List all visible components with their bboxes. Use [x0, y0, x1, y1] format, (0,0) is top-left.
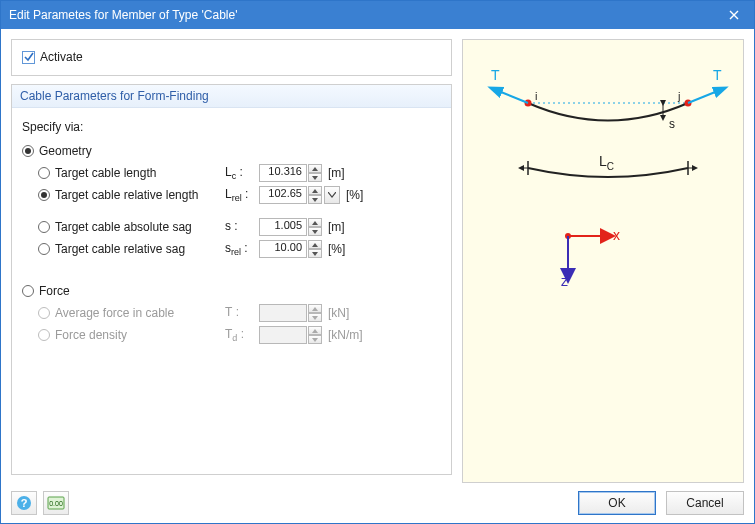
target-rel-length-input[interactable]: 102.65 [259, 186, 307, 204]
force-density-input [259, 326, 307, 344]
svg-line-6 [688, 88, 725, 103]
avg-force-row: Average force in cable T : [kN] [22, 302, 441, 324]
target-length-row: Target cable length Lc : 10.316 [m] [22, 162, 441, 184]
target-abs-sag-row: Target cable absolute sag s : 1.005 [m] [22, 216, 441, 238]
target-rel-length-row: Target cable relative length Lrel : 102.… [22, 184, 441, 206]
target-abs-sag-radio[interactable] [38, 221, 50, 233]
geometry-label: Geometry [39, 144, 92, 158]
svg-text:T: T [491, 67, 500, 83]
avg-force-unit: [kN] [328, 306, 349, 320]
svg-text:x: x [613, 227, 620, 243]
spin-down-icon [308, 335, 322, 344]
close-icon [729, 10, 739, 20]
cancel-button[interactable]: Cancel [666, 491, 744, 515]
avg-force-spin [259, 304, 322, 322]
extra-arrow-button[interactable] [324, 186, 340, 204]
force-density-label: Force density [55, 328, 225, 342]
spin-down-icon[interactable] [308, 227, 322, 236]
target-rel-sag-spin[interactable]: 10.00 [259, 240, 322, 258]
force-density-unit: [kN/m] [328, 328, 363, 342]
target-length-spin[interactable]: 10.316 [259, 164, 322, 182]
spinner-buttons [308, 326, 322, 344]
svg-text:j: j [677, 90, 680, 102]
target-rel-length-radio[interactable] [38, 189, 50, 201]
force-label: Force [39, 284, 70, 298]
help-icon: ? [16, 495, 32, 511]
spin-down-icon[interactable] [308, 173, 322, 182]
activate-label: Activate [40, 50, 83, 64]
cable-diagram: i j T T s LC [473, 58, 733, 288]
target-rel-sag-radio[interactable] [38, 243, 50, 255]
check-icon [24, 52, 34, 62]
ok-button[interactable]: OK [578, 491, 656, 515]
avg-force-radio [38, 307, 50, 319]
activate-checkbox[interactable]: Activate [22, 50, 83, 64]
spinner-buttons[interactable] [308, 240, 322, 258]
units-button[interactable]: 0.00 [43, 491, 69, 515]
dialog-body: Activate Cable Parameters for Form-Findi… [1, 29, 754, 523]
force-radio[interactable]: Force [22, 280, 441, 302]
help-button[interactable]: ? [11, 491, 37, 515]
target-rel-sag-input[interactable]: 10.00 [259, 240, 307, 258]
target-length-label: Target cable length [55, 166, 225, 180]
target-length-input[interactable]: 10.316 [259, 164, 307, 182]
spin-up-icon[interactable] [308, 164, 322, 173]
checkbox-box [22, 51, 35, 64]
svg-line-5 [491, 88, 528, 103]
units-icon: 0.00 [47, 496, 65, 510]
params-panel: Cable Parameters for Form-Finding Specif… [11, 84, 452, 475]
spin-up-icon[interactable] [308, 240, 322, 249]
svg-text:i: i [535, 90, 537, 102]
radio-icon [22, 145, 34, 157]
target-length-sym: Lc : [225, 165, 259, 181]
columns: Activate Cable Parameters for Form-Findi… [11, 39, 744, 483]
target-abs-sag-spin[interactable]: 1.005 [259, 218, 322, 236]
titlebar: Edit Parametes for Member of Type 'Cable… [1, 1, 754, 29]
bottom-right-buttons: OK Cancel [578, 491, 744, 515]
avg-force-label: Average force in cable [55, 306, 225, 320]
radio-icon [22, 285, 34, 297]
svg-text:0.00: 0.00 [49, 500, 63, 507]
target-abs-sag-label: Target cable absolute sag [55, 220, 225, 234]
left-column: Activate Cable Parameters for Form-Findi… [11, 39, 452, 483]
bottom-bar: ? 0.00 OK Cancel [11, 483, 744, 515]
svg-text:s: s [669, 117, 675, 131]
target-rel-sag-sym: srel : [225, 241, 259, 257]
target-rel-sag-label: Target cable relative sag [55, 242, 225, 256]
spin-down-icon [308, 313, 322, 322]
activate-panel: Activate [11, 39, 452, 76]
spinner-buttons[interactable] [308, 186, 322, 204]
spinner-buttons[interactable] [308, 164, 322, 182]
geometry-radio[interactable]: Geometry [22, 140, 441, 162]
window-title: Edit Parametes for Member of Type 'Cable… [9, 8, 237, 22]
target-rel-length-unit: [%] [346, 188, 363, 202]
spin-up-icon [308, 326, 322, 335]
target-rel-length-spin[interactable]: 102.65 [259, 186, 340, 204]
spin-up-icon[interactable] [308, 186, 322, 195]
svg-text:LC: LC [599, 153, 614, 172]
spinner-buttons[interactable] [308, 218, 322, 236]
target-rel-length-sym: Lrel : [225, 187, 259, 203]
spinner-buttons [308, 304, 322, 322]
svg-text:?: ? [21, 497, 28, 509]
target-length-unit: [m] [328, 166, 345, 180]
target-abs-sag-unit: [m] [328, 220, 345, 234]
svg-text:T: T [713, 67, 722, 83]
spin-down-icon[interactable] [308, 195, 322, 204]
bottom-left-tools: ? 0.00 [11, 491, 69, 515]
close-button[interactable] [714, 1, 754, 29]
svg-text:z: z [561, 273, 568, 288]
target-length-radio[interactable] [38, 167, 50, 179]
target-rel-length-label: Target cable relative length [55, 188, 225, 202]
spin-up-icon [308, 304, 322, 313]
force-density-radio [38, 329, 50, 341]
force-density-row: Force density Td : [kN/m] [22, 324, 441, 346]
diagram-panel: i j T T s LC [462, 39, 744, 483]
avg-force-sym: T : [225, 305, 259, 321]
target-rel-sag-row: Target cable relative sag srel : 10.00 [… [22, 238, 441, 260]
dialog-window: Edit Parametes for Member of Type 'Cable… [0, 0, 755, 524]
spin-down-icon[interactable] [308, 249, 322, 258]
spin-up-icon[interactable] [308, 218, 322, 227]
params-body: Specify via: Geometry Target cable lengt… [12, 108, 451, 354]
target-abs-sag-input[interactable]: 1.005 [259, 218, 307, 236]
